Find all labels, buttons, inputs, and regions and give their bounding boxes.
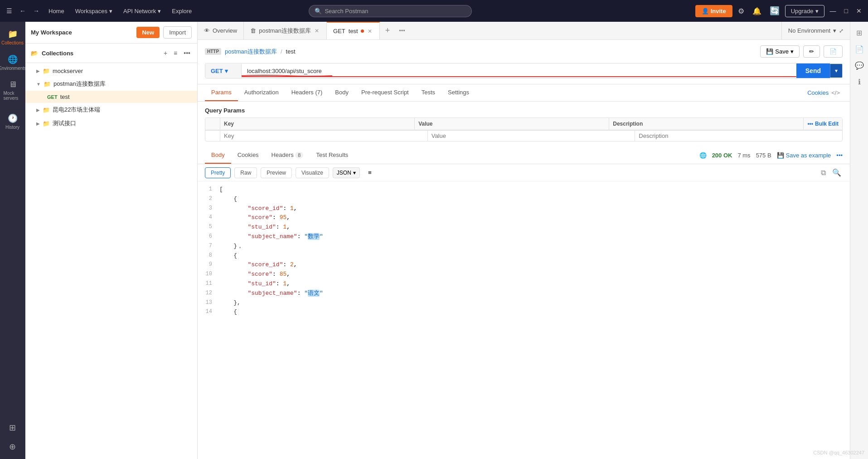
response-code-viewer: 1 [ 2 { 3 "score_id": 1, 4 "score": 95, [198,181,850,459]
sync-button[interactable]: 🔄 [767,4,782,18]
api-network-chevron-icon: ▾ [158,8,161,15]
tab-body[interactable]: Body [329,84,355,101]
save-example-button[interactable]: 💾 Save as example [777,152,831,159]
workspaces-nav-button[interactable]: Workspaces ▾ [71,6,117,16]
description-cell[interactable] [635,131,842,141]
env-expand-icon: ⤢ [839,28,844,34]
sidebar-icons: 📁 Collections 🌐 Environments 🖥 Mock serv… [0,22,25,459]
right-panel-expand-button[interactable]: ⊞ [852,25,867,40]
key-cell[interactable] [220,131,427,141]
upgrade-button[interactable]: Upgrade ▾ [785,5,824,17]
collection-icon: 🗑 [250,27,256,34]
method-get-label: GET [47,94,58,100]
import-button[interactable]: Import [163,26,192,39]
send-button[interactable]: Send [796,63,830,78]
tab-tests[interactable]: Tests [415,84,441,101]
response-type-selector[interactable]: JSON ▾ [333,167,360,178]
tree-item-test-api[interactable]: ▶ 📁 测试接口 [25,117,197,130]
tab-pre-request[interactable]: Pre-request Script [355,84,415,101]
description-input[interactable] [639,132,839,139]
sidebar-item-collections[interactable]: 📁 Collections [2,25,24,49]
format-preview-button[interactable]: Preview [261,167,292,178]
notifications-button[interactable]: 🔔 [750,5,764,17]
filter-collections-button[interactable]: ≡ [172,48,179,58]
tab-headers[interactable]: Headers (7) [285,84,329,101]
resp-tab-body[interactable]: Body [205,147,231,164]
response-more-button[interactable]: ••• [836,152,843,159]
more-tabs-button[interactable]: ••• [395,22,409,39]
new-tab-button[interactable]: + [380,22,396,39]
format-pretty-button[interactable]: Pretty [205,167,231,178]
sidebar-item-components[interactable]: ⊞ [2,419,24,436]
resp-tab-cookies[interactable]: Cookies [231,147,265,164]
main-layout: 📁 Collections 🌐 Environments 🖥 Mock serv… [0,22,868,459]
tab-get-test[interactable]: GET test ✕ [327,22,380,39]
value-cell[interactable] [427,131,635,141]
upgrade-chevron-icon: ▾ [815,8,819,15]
tab-authorization[interactable]: Authorization [238,84,285,101]
format-raw-button[interactable]: Raw [234,167,257,178]
cookies-link[interactable]: Cookies [807,89,829,96]
forward-button[interactable]: → [30,5,42,16]
minimize-button[interactable]: — [827,5,839,16]
method-selector[interactable]: GET ▾ [205,64,242,78]
method-label: GET [211,68,223,74]
sidebar-item-history[interactable]: 🕐 History [2,110,24,133]
response-tab-bar: Body Cookies Headers 8 Test Results 🌐 20… [198,147,850,164]
tab-close-icon[interactable]: ✕ [314,27,320,35]
tab-postman-db[interactable]: 🗑 postman连接数据库 ✕ [244,22,327,39]
back-button[interactable]: ← [17,5,29,16]
search-bar[interactable]: 🔍 Search Postman [309,5,472,17]
main-content: 👁 Overview 🗑 postman连接数据库 ✕ GET test ✕ +… [198,22,850,459]
home-nav-button[interactable]: Home [44,6,69,16]
tree-item-get-test[interactable]: GET test [25,91,197,103]
right-panel-info-button[interactable]: ℹ [852,74,867,89]
new-button[interactable]: New [136,27,160,38]
send-options-button[interactable]: ▾ [830,64,842,78]
explore-nav-button[interactable]: Explore [167,6,196,16]
search-icon: 🔍 [315,8,322,15]
save-icon: 💾 [766,48,773,55]
edit-button[interactable]: ✏ [803,45,820,58]
copy-response-button[interactable]: ⧉ [820,167,827,178]
folder-icon: 📁 [43,68,50,74]
invite-button[interactable]: 👤 Invite [695,5,732,17]
format-visualize-button[interactable]: Visualize [296,167,329,178]
bulk-edit-button[interactable]: ••• Bulk Edit [803,118,842,130]
resp-tab-test-results[interactable]: Test Results [310,147,354,164]
search-response-button[interactable]: 🔍 [831,167,843,178]
sidebar-item-mock-servers[interactable]: 🖥 Mock servers [2,76,24,104]
save-button[interactable]: 💾 Save ▾ [760,45,800,58]
maximize-button[interactable]: □ [842,5,851,16]
settings-button[interactable]: ⚙ [735,5,747,17]
save-chevron-icon: ▾ [790,48,794,55]
tab-settings[interactable]: Settings [441,84,475,101]
api-network-nav-button[interactable]: API Network ▾ [119,6,165,16]
right-panel-docs-button[interactable]: 📄 [852,42,867,56]
add-collection-button[interactable]: + [162,48,169,58]
notes-button[interactable]: 📄 [824,45,843,58]
wrap-lines-button[interactable]: ≡ [365,167,374,178]
sidebar-item-add[interactable]: ⊕ [2,438,24,455]
close-button[interactable]: ✕ [853,5,864,16]
resp-tab-headers[interactable]: Headers 8 [265,147,310,164]
key-input[interactable] [224,132,424,139]
value-input[interactable] [432,132,631,139]
right-panel-comments-button[interactable]: 💬 [852,58,867,73]
code-snippet-button[interactable]: </> [829,85,843,101]
tree-item-mockserver[interactable]: ▶ 📁 mockserver [25,65,197,77]
tree-item-kd22[interactable]: ▶ 📁 昆电22市场主体端 [25,103,197,117]
home-label: Home [48,8,64,15]
params-section: Query Params Key Value Description ••• B… [198,102,850,147]
key-column-header: Key [220,118,414,130]
tree-item-postman-db[interactable]: ▼ 📁 postman连接数据库 [25,77,197,91]
more-collections-button[interactable]: ••• [182,48,192,58]
sidebar-item-environments[interactable]: 🌐 Environments [2,51,24,74]
sidebar-toggle-button[interactable]: ☰ [4,5,15,16]
tab-params[interactable]: Params [205,84,238,101]
tab-close-active-icon[interactable]: ✕ [367,27,373,35]
code-line-10: 10 "score": 85, [198,270,850,279]
collections-tree: ▶ 📁 mockserver ▼ 📁 postman连接数据库 GET test… [25,63,197,459]
environment-selector[interactable]: No Environment ▾ ⤢ [781,22,850,39]
tab-overview[interactable]: 👁 Overview [198,22,244,39]
